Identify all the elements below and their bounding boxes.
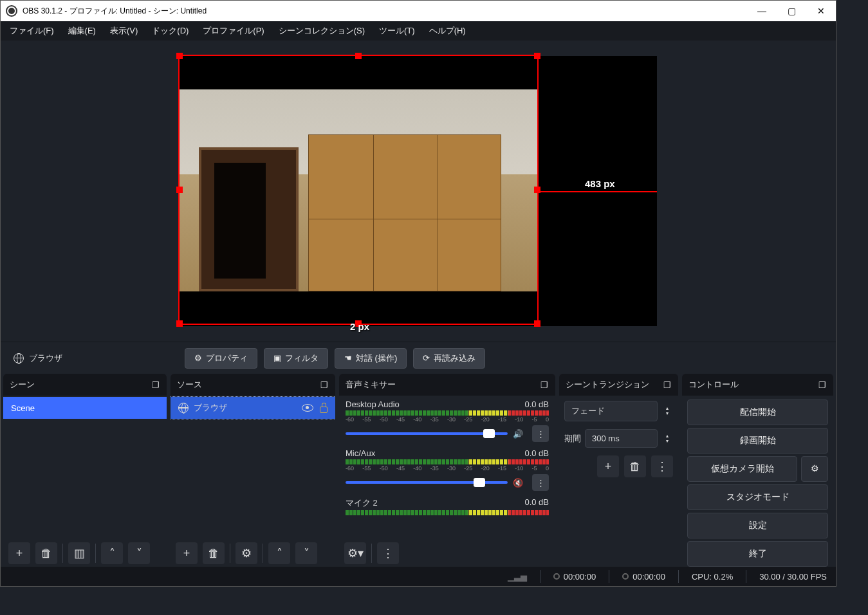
start-recording-button[interactable]: 録画開始 [687,428,828,454]
remove-transition-button[interactable]: 🗑 [624,455,646,477]
add-scene-button[interactable]: + [8,542,30,564]
mixer-menu-button[interactable]: ⋮ [377,542,399,564]
popout-icon[interactable]: ❐ [317,378,331,392]
refresh-button[interactable]: ⟳再読み込み [413,348,485,369]
source-properties-button[interactable]: ⚙ [235,542,257,564]
gear-icon: ⚙ [194,353,202,363]
browser-source-icon [14,353,24,363]
add-transition-button[interactable]: + [597,455,619,477]
virtual-camera-button[interactable]: 仮想カメラ開始 [687,456,797,482]
scene-down-button[interactable]: ˅ [128,542,150,564]
resize-handle-bl[interactable] [176,320,183,327]
db-scale: -60-55-50-45-40-35-30-25-20-15-10-50 [346,416,549,423]
mixer-channel: マイク 20.0 dB [339,495,555,515]
pointer-icon: ☚ [344,353,352,363]
lock-toggle-icon[interactable] [320,407,328,413]
virtual-camera-settings-button[interactable]: ⚙ [801,456,828,482]
menu-dock[interactable]: ドック(D) [145,23,195,39]
volume-slider[interactable] [346,432,508,435]
channel-name: Desktop Audio [346,399,400,409]
filter-icon: ▣ [273,353,281,363]
preview-canvas[interactable]: 483 px 2 px [180,56,657,326]
audio-mixer-panel: 音声ミキサー❐ Desktop Audio0.0 dB -60-55-50-45… [339,374,555,567]
mixer-title: 音声ミキサー [346,379,396,390]
scene-item[interactable]: Scene [3,397,167,419]
transition-select[interactable]: フェード [564,401,658,421]
filters-button[interactable]: ▣フィルタ [264,348,328,369]
menu-tools[interactable]: ツール(T) [373,23,421,39]
resize-handle-ml[interactable] [176,187,183,193]
properties-button[interactable]: ⚙プロパティ [185,348,257,369]
dock-panels: シーン❐ Scene + 🗑 ▥ ˄ ˅ ソース❐ ブラウザ [1,374,836,567]
channel-name: マイク 2 [346,497,378,509]
settings-button[interactable]: 設定 [687,513,828,538]
titlebar[interactable]: OBS 30.1.2 - プロファイル: Untitled - シーン: Unt… [1,1,836,21]
resize-handle-br[interactable] [534,320,540,327]
visibility-toggle-icon[interactable] [302,404,313,412]
menu-file[interactable]: ファイル(F) [3,23,60,39]
remove-scene-button[interactable]: 🗑 [35,542,57,564]
live-indicator-icon [553,573,560,580]
interact-button[interactable]: ☚対話 (操作) [335,348,407,369]
transitions-title: シーントランジション [566,379,649,390]
resize-handle-tm[interactable] [355,53,362,59]
resize-handle-tl[interactable] [176,53,183,59]
popout-icon[interactable]: ❐ [149,378,163,392]
transition-spinner[interactable]: ▴▾ [661,407,673,416]
exit-button[interactable]: 終了 [687,541,828,567]
mixer-channel: Mic/Aux0.0 dB -60-55-50-45-40-35-30-25-2… [339,446,555,491]
speaker-muted-icon[interactable]: 🔇 [513,478,527,488]
channel-menu-button[interactable]: ⋮ [532,474,549,491]
audio-meter [346,510,549,515]
selection-box[interactable] [178,55,539,325]
menu-help[interactable]: ヘルプ(H) [423,23,472,39]
speaker-icon[interactable]: 🔊 [513,429,527,439]
scene-up-button[interactable]: ˄ [101,542,123,564]
db-scale: -60-55-50-45-40-35-30-25-20-15-10-50 [346,465,549,472]
rec-time: 00:00:00 [633,572,665,582]
popout-icon[interactable]: ❐ [537,378,551,392]
live-time: 00:00:00 [564,572,596,582]
controls-title: コントロール [688,379,739,390]
volume-slider[interactable] [346,481,508,484]
maximize-button[interactable]: ▢ [777,1,806,21]
close-button[interactable]: ✕ [806,1,836,21]
channel-level: 0.0 dB [524,399,549,409]
dimension-bottom-label: 2 px [350,321,369,332]
rec-indicator-icon [622,573,629,580]
scenes-title: シーン [10,379,35,390]
popout-icon[interactable]: ❐ [660,378,674,392]
duration-input[interactable]: 300 ms [585,429,658,448]
sources-panel: ソース❐ ブラウザ + 🗑 ⚙ ˄ ˅ [171,374,335,567]
app-window: OBS 30.1.2 - プロファイル: Untitled - シーン: Unt… [0,0,836,587]
minimize-button[interactable]: — [747,1,777,21]
source-down-button[interactable]: ˅ [295,542,317,564]
source-item[interactable]: ブラウザ [171,397,335,419]
obs-logo-icon [6,5,17,17]
menu-edit[interactable]: 編集(E) [62,23,102,39]
add-source-button[interactable]: + [176,542,198,564]
mixer-settings-button[interactable]: ⚙▾ [344,542,366,564]
start-streaming-button[interactable]: 配信開始 [687,399,828,425]
channel-menu-button[interactable]: ⋮ [532,425,549,442]
scenes-panel: シーン❐ Scene + 🗑 ▥ ˄ ˅ [3,374,167,567]
resize-handle-tr[interactable] [534,53,540,59]
network-status-icon: ▁▃▅ [508,572,527,582]
fps-status: 30.00 / 30.00 FPS [759,572,827,582]
menu-profile[interactable]: プロファイル(P) [196,23,270,39]
menu-scene-collection[interactable]: シーンコレクション(S) [272,23,371,39]
menubar: ファイル(F) 編集(E) 表示(V) ドック(D) プロファイル(P) シーン… [1,21,836,41]
popout-icon[interactable]: ❐ [815,378,829,392]
menu-view[interactable]: 表示(V) [104,23,144,39]
preview-area[interactable]: 483 px 2 px [1,41,836,342]
sources-title: ソース [177,379,202,390]
source-up-button[interactable]: ˄ [268,542,290,564]
scene-filter-button[interactable]: ▥ [68,542,90,564]
remove-source-button[interactable]: 🗑 [203,542,225,564]
selected-source-label: ブラウザ [7,350,69,367]
studio-mode-button[interactable]: スタジオモード [687,484,828,510]
channel-name: Mic/Aux [346,448,375,458]
transition-menu-button[interactable]: ⋮ [651,455,673,477]
selected-source-name: ブラウザ [29,353,62,364]
duration-spinner[interactable]: ▴▾ [661,434,673,443]
